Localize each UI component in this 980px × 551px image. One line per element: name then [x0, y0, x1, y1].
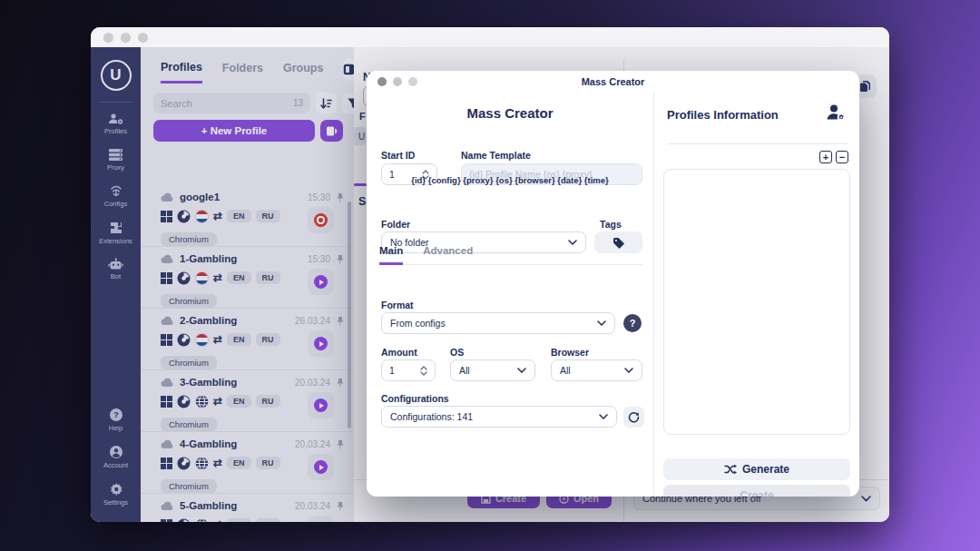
- pin-icon[interactable]: [336, 254, 345, 264]
- maximize-modal-button[interactable]: [408, 77, 417, 86]
- format-help-button[interactable]: ?: [623, 314, 642, 332]
- quick-browser-button[interactable]: [320, 120, 343, 142]
- cloud-icon: [161, 316, 174, 326]
- configurations-value: Configurations: 141: [390, 411, 473, 422]
- tab-main[interactable]: Main: [379, 245, 403, 265]
- netherlands-flag-icon: [195, 210, 209, 223]
- language-badge: EN: [227, 210, 251, 222]
- refresh-configurations-button[interactable]: [623, 407, 644, 428]
- browser-icon: [177, 518, 191, 523]
- account-icon: [109, 445, 123, 459]
- browser-window-icon: [326, 125, 338, 137]
- new-profile-button[interactable]: + New Profile: [153, 120, 315, 142]
- start-profile-button[interactable]: [308, 269, 334, 295]
- modal-titlebar[interactable]: Mass Creator: [367, 71, 859, 93]
- browser-tag: Chromium: [161, 294, 217, 308]
- browser-tag: Chromium: [161, 479, 217, 493]
- cloud-icon: [161, 439, 174, 449]
- generate-button[interactable]: Generate: [663, 458, 850, 480]
- tab-folders[interactable]: Folders: [222, 62, 263, 82]
- obscured-heading: S: [358, 195, 366, 208]
- refresh-icon: [628, 411, 640, 423]
- stop-profile-button[interactable]: [308, 207, 334, 233]
- windows-icon: [161, 519, 172, 523]
- sidebar-item-label: Account: [103, 461, 128, 469]
- collapse-all-button[interactable]: −: [836, 151, 848, 163]
- tab-groups[interactable]: Groups: [283, 62, 323, 82]
- windows-icon: [161, 396, 172, 408]
- profile-time: 15:30: [308, 192, 330, 202]
- chevron-down-icon: [624, 368, 633, 373]
- swap-arrows-icon: ⇄: [213, 211, 222, 221]
- profile-name: 2-Gambling: [180, 315, 237, 326]
- sidebar-item-help[interactable]: ? Help: [91, 401, 141, 438]
- sidebar-item-configs[interactable]: Configs: [91, 178, 141, 214]
- robot-icon: [108, 258, 123, 271]
- window-titlebar[interactable]: [91, 27, 889, 47]
- profile-list-item[interactable]: 2-Gambling 26.03.24 ⇄ EN RU Chromium: [141, 309, 354, 370]
- pin-icon[interactable]: [336, 192, 345, 202]
- sidebar-item-settings[interactable]: Settings: [91, 476, 141, 513]
- language-badge: EN: [227, 457, 251, 469]
- sidebar-item-bot[interactable]: Bot: [91, 251, 141, 287]
- pin-icon[interactable]: [336, 378, 345, 388]
- language-badge: RU: [256, 457, 280, 469]
- format-select[interactable]: From configs: [381, 312, 615, 334]
- chevron-down-icon: [597, 320, 606, 326]
- minimize-window-button[interactable]: [121, 33, 131, 43]
- start-profile-button[interactable]: [308, 392, 334, 418]
- divider: [667, 143, 848, 144]
- sidebar-item-profiles[interactable]: Profiles: [91, 106, 141, 142]
- list-scrollbar[interactable]: [348, 202, 351, 428]
- pin-icon[interactable]: [336, 439, 345, 449]
- amount-stepper[interactable]: [420, 366, 427, 376]
- panel-tabs: Profiles Folders Groups: [141, 47, 354, 85]
- maximize-window-button[interactable]: [138, 33, 148, 43]
- language-badge: RU: [256, 333, 280, 346]
- cloud-icon: [161, 378, 174, 388]
- minimize-modal-button[interactable]: [393, 77, 402, 86]
- proxy-icon: [108, 148, 123, 162]
- create-button[interactable]: Create: [663, 485, 850, 497]
- amount-field[interactable]: [381, 359, 436, 381]
- profile-list-item[interactable]: 3-Gambling 20.03.24 ⇄ EN RU Chromium: [141, 370, 354, 432]
- sidebar-item-label: Profiles: [104, 127, 127, 135]
- amount-input[interactable]: [389, 365, 409, 376]
- pin-icon[interactable]: [336, 316, 345, 326]
- pin-icon[interactable]: [336, 501, 345, 511]
- start-profile-button[interactable]: [308, 516, 334, 522]
- profile-name: 1-Gambling: [180, 253, 237, 264]
- close-modal-button[interactable]: [377, 77, 387, 86]
- sidebar-item-label: Extensions: [99, 237, 132, 245]
- profiles-panel: Profiles Folders Groups 13: [141, 47, 354, 522]
- profile-list-item[interactable]: 1-Gambling 15:30 ⇄ EN RU Chromium: [141, 247, 354, 309]
- language-badge: EN: [227, 271, 251, 284]
- start-profile-button[interactable]: [308, 330, 334, 357]
- cloud-icon: [161, 501, 174, 511]
- chevron-up-icon: [422, 170, 429, 174]
- search-input[interactable]: [161, 98, 289, 109]
- swap-arrows-icon: ⇄: [213, 396, 222, 407]
- sidebar-item-proxy[interactable]: Proxy: [91, 142, 141, 178]
- profile-list-item[interactable]: 4-Gambling 20.03.24 ⇄ EN RU Chromium: [141, 432, 354, 494]
- profile-time: 20.03.24: [295, 378, 330, 388]
- sidebar-item-account[interactable]: Account: [91, 438, 141, 476]
- profile-list-item[interactable]: google1 15:30 ⇄ EN RU Chromium: [141, 185, 354, 247]
- search-field[interactable]: 13: [153, 93, 310, 113]
- browser-select[interactable]: All: [551, 359, 642, 381]
- browser-value: All: [560, 365, 571, 376]
- tab-profiles[interactable]: Profiles: [161, 61, 202, 84]
- search-count: 13: [293, 98, 303, 108]
- tab-advanced[interactable]: Advanced: [423, 245, 473, 264]
- start-profile-button[interactable]: [308, 454, 334, 480]
- sidebar-item-extensions[interactable]: Extensions: [91, 214, 141, 251]
- configurations-select[interactable]: Configurations: 141: [381, 406, 617, 428]
- folder-label: Folder: [381, 219, 410, 230]
- profile-name: 5-Gambling: [180, 500, 237, 511]
- os-select[interactable]: All: [450, 359, 535, 381]
- expand-all-button[interactable]: +: [819, 151, 832, 163]
- profile-list-item[interactable]: 5-Gambling 20.03.24 ⇄ EN RU Chromium: [141, 494, 354, 522]
- sort-button[interactable]: [316, 93, 337, 113]
- close-window-button[interactable]: [103, 33, 113, 43]
- sidebar: U Profiles Proxy Configs Extensions Bot: [91, 47, 141, 522]
